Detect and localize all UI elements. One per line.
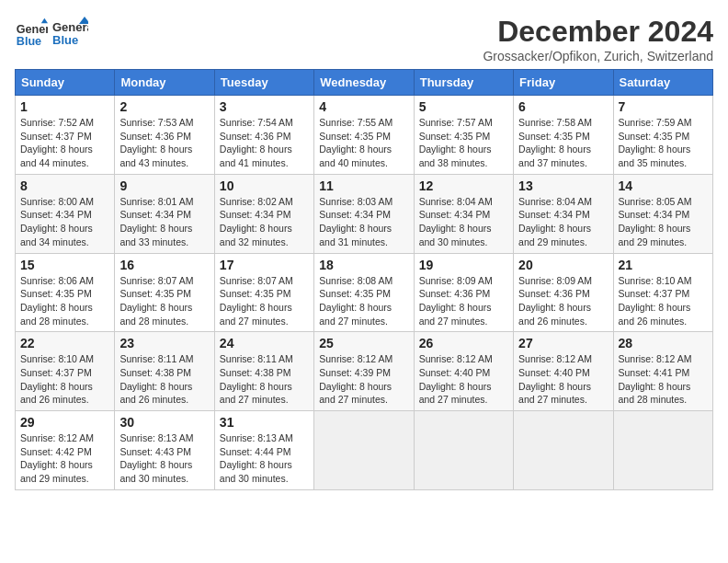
calendar-cell: 7 Sunrise: 7:59 AM Sunset: 4:35 PM Dayli… — [613, 96, 712, 175]
calendar-header-sunday: Sunday — [16, 70, 115, 96]
calendar-header-thursday: Thursday — [414, 70, 513, 96]
calendar-cell: 30 Sunrise: 8:13 AM Sunset: 4:43 PM Dayl… — [115, 411, 214, 490]
calendar-cell: 18 Sunrise: 8:08 AM Sunset: 4:35 PM Dayl… — [314, 253, 414, 332]
calendar-cell: 8 Sunrise: 8:00 AM Sunset: 4:34 PM Dayli… — [16, 174, 115, 253]
calendar-cell: 31 Sunrise: 8:13 AM Sunset: 4:44 PM Dayl… — [214, 411, 313, 490]
calendar-header-monday: Monday — [115, 70, 214, 96]
calendar-cell: 2 Sunrise: 7:53 AM Sunset: 4:36 PM Dayli… — [115, 96, 214, 175]
day-number: 15 — [20, 258, 109, 272]
svg-text:Blue: Blue — [52, 33, 78, 47]
calendar-cell — [613, 411, 712, 490]
day-info: Sunrise: 7:55 AM Sunset: 4:35 PM Dayligh… — [319, 116, 408, 170]
calendar-header-row: SundayMondayTuesdayWednesdayThursdayFrid… — [16, 70, 713, 96]
day-number: 17 — [220, 258, 309, 272]
calendar-cell: 16 Sunrise: 8:07 AM Sunset: 4:35 PM Dayl… — [115, 253, 214, 332]
calendar-cell: 9 Sunrise: 8:01 AM Sunset: 4:34 PM Dayli… — [115, 174, 214, 253]
calendar-cell: 4 Sunrise: 7:55 AM Sunset: 4:35 PM Dayli… — [314, 96, 414, 175]
calendar-cell: 6 Sunrise: 7:58 AM Sunset: 4:35 PM Dayli… — [514, 96, 613, 175]
day-number: 20 — [518, 258, 608, 272]
day-info: Sunrise: 8:13 AM Sunset: 4:44 PM Dayligh… — [220, 431, 309, 486]
day-number: 16 — [119, 258, 209, 272]
calendar-body: 1 Sunrise: 7:52 AM Sunset: 4:37 PM Dayli… — [16, 96, 713, 490]
calendar-week-row: 29 Sunrise: 8:12 AM Sunset: 4:42 PM Dayl… — [16, 411, 713, 490]
page-header: General Blue General Blue December 2024 … — [15, 15, 713, 63]
day-info: Sunrise: 8:12 AM Sunset: 4:41 PM Dayligh… — [619, 352, 708, 407]
day-number: 3 — [220, 99, 309, 114]
day-info: Sunrise: 7:57 AM Sunset: 4:35 PM Dayligh… — [419, 116, 508, 170]
calendar-table: SundayMondayTuesdayWednesdayThursdayFrid… — [15, 69, 713, 490]
calendar-cell: 21 Sunrise: 8:10 AM Sunset: 4:37 PM Dayl… — [613, 253, 712, 332]
calendar-cell: 28 Sunrise: 8:12 AM Sunset: 4:41 PM Dayl… — [613, 332, 712, 411]
svg-marker-2 — [41, 18, 48, 23]
calendar-cell: 23 Sunrise: 8:11 AM Sunset: 4:38 PM Dayl… — [115, 332, 214, 411]
day-number: 23 — [119, 336, 209, 350]
day-info: Sunrise: 8:01 AM Sunset: 4:34 PM Dayligh… — [119, 195, 209, 249]
day-number: 12 — [419, 178, 508, 193]
day-number: 18 — [319, 258, 408, 272]
logo-icon: General Blue — [15, 17, 48, 50]
day-info: Sunrise: 8:12 AM Sunset: 4:40 PM Dayligh… — [419, 352, 508, 407]
calendar-cell: 11 Sunrise: 8:03 AM Sunset: 4:34 PM Dayl… — [314, 174, 414, 253]
day-info: Sunrise: 8:04 AM Sunset: 4:34 PM Dayligh… — [518, 195, 608, 249]
day-number: 28 — [619, 336, 708, 350]
day-number: 22 — [20, 336, 109, 350]
day-info: Sunrise: 7:54 AM Sunset: 4:36 PM Dayligh… — [220, 116, 309, 170]
calendar-cell: 3 Sunrise: 7:54 AM Sunset: 4:36 PM Dayli… — [214, 96, 313, 175]
day-number: 14 — [619, 178, 708, 193]
calendar-cell: 29 Sunrise: 8:12 AM Sunset: 4:42 PM Dayl… — [16, 411, 115, 490]
day-number: 7 — [619, 99, 708, 114]
calendar-cell: 15 Sunrise: 8:06 AM Sunset: 4:35 PM Dayl… — [16, 253, 115, 332]
calendar-cell — [314, 411, 414, 490]
day-number: 11 — [319, 178, 408, 193]
day-info: Sunrise: 8:04 AM Sunset: 4:34 PM Dayligh… — [419, 195, 508, 249]
day-info: Sunrise: 8:06 AM Sunset: 4:35 PM Dayligh… — [20, 274, 109, 328]
day-number: 13 — [518, 178, 608, 193]
svg-text:Blue: Blue — [17, 35, 41, 48]
day-number: 26 — [419, 336, 508, 350]
day-info: Sunrise: 8:13 AM Sunset: 4:43 PM Dayligh… — [119, 431, 209, 486]
calendar-cell: 27 Sunrise: 8:12 AM Sunset: 4:40 PM Dayl… — [514, 332, 613, 411]
day-number: 5 — [419, 99, 508, 114]
day-number: 27 — [518, 336, 608, 350]
day-info: Sunrise: 7:59 AM Sunset: 4:35 PM Dayligh… — [619, 116, 708, 170]
day-info: Sunrise: 8:09 AM Sunset: 4:36 PM Dayligh… — [518, 274, 608, 328]
calendar-cell: 24 Sunrise: 8:11 AM Sunset: 4:38 PM Dayl… — [214, 332, 313, 411]
calendar-cell: 22 Sunrise: 8:10 AM Sunset: 4:37 PM Dayl… — [16, 332, 115, 411]
calendar-cell: 14 Sunrise: 8:05 AM Sunset: 4:34 PM Dayl… — [613, 174, 712, 253]
day-number: 30 — [119, 415, 209, 430]
calendar-cell: 19 Sunrise: 8:09 AM Sunset: 4:36 PM Dayl… — [414, 253, 513, 332]
day-info: Sunrise: 8:12 AM Sunset: 4:40 PM Dayligh… — [518, 352, 608, 407]
calendar-cell — [514, 411, 613, 490]
calendar-cell: 1 Sunrise: 7:52 AM Sunset: 4:37 PM Dayli… — [16, 96, 115, 175]
day-info: Sunrise: 8:08 AM Sunset: 4:35 PM Dayligh… — [319, 274, 408, 328]
day-number: 1 — [20, 99, 109, 114]
calendar-week-row: 22 Sunrise: 8:10 AM Sunset: 4:37 PM Dayl… — [16, 332, 713, 411]
calendar-week-row: 8 Sunrise: 8:00 AM Sunset: 4:34 PM Dayli… — [16, 174, 713, 253]
calendar-cell: 13 Sunrise: 8:04 AM Sunset: 4:34 PM Dayl… — [514, 174, 613, 253]
calendar-header-wednesday: Wednesday — [314, 70, 414, 96]
day-info: Sunrise: 7:52 AM Sunset: 4:37 PM Dayligh… — [20, 116, 109, 170]
day-number: 19 — [419, 258, 508, 272]
day-info: Sunrise: 8:11 AM Sunset: 4:38 PM Dayligh… — [119, 352, 209, 407]
day-number: 29 — [20, 415, 109, 430]
calendar-cell — [414, 411, 513, 490]
calendar-week-row: 15 Sunrise: 8:06 AM Sunset: 4:35 PM Dayl… — [16, 253, 713, 332]
day-info: Sunrise: 8:03 AM Sunset: 4:34 PM Dayligh… — [319, 195, 408, 249]
day-number: 6 — [518, 99, 608, 114]
day-info: Sunrise: 8:10 AM Sunset: 4:37 PM Dayligh… — [20, 352, 109, 407]
day-info: Sunrise: 8:12 AM Sunset: 4:42 PM Dayligh… — [20, 431, 109, 486]
day-number: 24 — [220, 336, 309, 350]
calendar-week-row: 1 Sunrise: 7:52 AM Sunset: 4:37 PM Dayli… — [16, 96, 713, 175]
title-block: December 2024 Grossacker/Opfikon, Zurich… — [483, 15, 713, 63]
calendar-header-saturday: Saturday — [613, 70, 712, 96]
calendar-header-friday: Friday — [514, 70, 613, 96]
day-number: 8 — [20, 178, 109, 193]
day-number: 2 — [119, 99, 209, 114]
day-number: 31 — [220, 415, 309, 430]
calendar-cell: 5 Sunrise: 7:57 AM Sunset: 4:35 PM Dayli… — [414, 96, 513, 175]
day-info: Sunrise: 8:02 AM Sunset: 4:34 PM Dayligh… — [220, 195, 309, 249]
day-number: 4 — [319, 99, 408, 114]
month-title: December 2024 — [483, 15, 713, 49]
calendar-cell: 12 Sunrise: 8:04 AM Sunset: 4:34 PM Dayl… — [414, 174, 513, 253]
logo-graphic: General Blue — [51, 15, 88, 52]
